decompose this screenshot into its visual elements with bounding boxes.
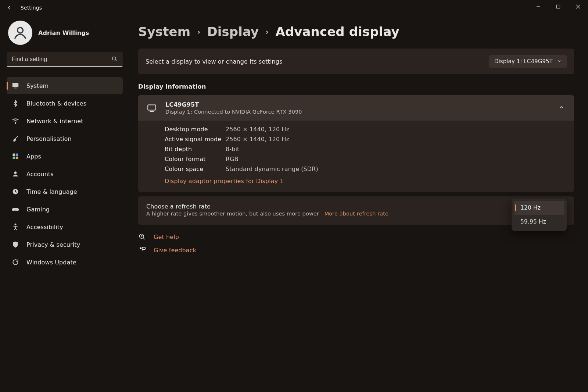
sidebar-item-windows-update[interactable]: Windows Update <box>7 254 123 271</box>
monitor-icon <box>146 104 157 113</box>
sidebar-item-bluetooth[interactable]: Bluetooth & devices <box>7 95 123 112</box>
info-value: 2560 × 1440, 120 Hz <box>226 136 566 143</box>
svg-rect-13 <box>16 157 18 159</box>
wifi-icon <box>11 117 20 125</box>
titlebar: Settings <box>0 0 588 15</box>
adaptor-properties-wrap: Display adaptor properties for Display 1 <box>138 175 574 192</box>
sidebar-item-time-language[interactable]: Time & language <box>7 183 123 200</box>
window-controls <box>528 0 588 13</box>
display-select-value: Display 1: LC49G95T <box>494 58 553 65</box>
sidebar-item-label: Accounts <box>26 171 54 178</box>
sidebar-item-label: Privacy & security <box>26 241 80 248</box>
monitor-icon <box>11 81 20 90</box>
sidebar-item-accessibility[interactable]: Accessibility <box>7 218 123 235</box>
svg-rect-17 <box>148 105 156 110</box>
svg-rect-8 <box>14 88 17 89</box>
breadcrumb-part-display[interactable]: Display <box>207 24 259 39</box>
info-label: Bit depth <box>165 146 226 153</box>
svg-rect-21 <box>142 247 145 250</box>
search-wrap <box>7 52 123 67</box>
info-value: 2560 × 1440, 120 Hz <box>226 126 566 133</box>
info-label: Colour format <box>165 156 226 163</box>
svg-point-19 <box>140 234 144 239</box>
give-feedback-row: Give feedback <box>138 246 574 254</box>
content: System › Display › Advanced display Sele… <box>129 15 588 392</box>
refresh-rate-card: Choose a refresh rate A higher rate give… <box>138 196 574 225</box>
get-help-row: Get help <box>138 233 574 241</box>
refresh-rate-help-link[interactable]: More about refresh rate <box>325 211 388 217</box>
help-icon <box>138 233 146 241</box>
sidebar-item-personalisation[interactable]: Personalisation <box>7 130 123 147</box>
app-title: Settings <box>21 5 42 11</box>
sidebar-item-system[interactable]: System <box>7 77 123 94</box>
chevron-down-icon <box>557 58 562 65</box>
clock-icon <box>11 187 20 196</box>
refresh-option-5995[interactable]: 59.95 Hz <box>514 215 564 229</box>
close-icon <box>576 4 580 9</box>
maximize-icon <box>556 4 560 9</box>
refresh-option-label: 120 Hz <box>520 204 541 211</box>
nav: System Bluetooth & devices Network & int… <box>7 77 123 271</box>
sidebar-item-network[interactable]: Network & internet <box>7 113 123 129</box>
refresh-option-label: 59.95 Hz <box>520 218 546 225</box>
sidebar-item-label: Apps <box>26 153 41 160</box>
display-select[interactable]: Display 1: LC49G95T <box>489 55 567 68</box>
footer-links: Get help Give feedback <box>138 233 574 254</box>
refresh-sub-text: A higher rate gives smoother motion, but… <box>146 211 319 217</box>
display-info-card: LC49G95T Display 1: Connected to NVIDIA … <box>138 95 574 192</box>
info-label: Active signal mode <box>165 136 226 143</box>
breadcrumb-current: Advanced display <box>275 24 399 39</box>
refresh-rate-subtitle: A higher rate gives smoother motion, but… <box>146 211 566 217</box>
sidebar-item-label: Time & language <box>26 188 77 195</box>
svg-point-14 <box>14 171 17 174</box>
sidebar-item-label: Gaming <box>26 206 50 213</box>
minimize-icon <box>536 4 541 9</box>
svg-point-16 <box>15 224 16 225</box>
svg-rect-11 <box>16 154 18 156</box>
get-help-link[interactable]: Get help <box>154 234 179 240</box>
info-value: Standard dynamic range (SDR) <box>226 165 566 172</box>
svg-point-9 <box>15 122 16 124</box>
info-value: RGB <box>226 156 566 163</box>
search-input[interactable] <box>7 52 123 67</box>
search-icon <box>111 56 118 64</box>
sidebar-item-label: Network & internet <box>26 118 83 125</box>
sidebar-item-accounts[interactable]: Accounts <box>7 165 123 182</box>
avatar <box>8 21 32 45</box>
gamepad-icon <box>11 205 20 214</box>
shield-icon <box>11 240 20 249</box>
sidebar-item-apps[interactable]: Apps <box>7 148 123 165</box>
svg-rect-10 <box>13 154 15 156</box>
profile[interactable]: Adrian Willings <box>7 15 123 52</box>
minimize-button[interactable] <box>528 0 548 13</box>
accounts-icon <box>11 170 20 178</box>
display-info-header[interactable]: LC49G95T Display 1: Connected to NVIDIA … <box>138 95 574 121</box>
accessibility-icon <box>11 222 20 231</box>
select-display-prompt: Select a display to view or change its s… <box>146 58 282 65</box>
maximize-button[interactable] <box>548 0 568 13</box>
svg-rect-7 <box>12 83 19 87</box>
adaptor-properties-link[interactable]: Display adaptor properties for Display 1 <box>165 178 284 185</box>
info-label: Colour space <box>165 165 226 172</box>
select-display-panel: Select a display to view or change its s… <box>138 49 574 74</box>
profile-name: Adrian Willings <box>38 29 89 36</box>
refresh-option-120[interactable]: 120 Hz <box>514 201 564 215</box>
sidebar-item-privacy-security[interactable]: Privacy & security <box>7 236 123 253</box>
back-button[interactable] <box>6 4 12 11</box>
svg-point-20 <box>140 247 141 249</box>
sidebar: Adrian Willings System Bluetooth & devic… <box>0 15 129 392</box>
refresh-rate-dropdown: 120 Hz 59.95 Hz <box>512 199 567 231</box>
chevron-right-icon: › <box>197 27 200 36</box>
sidebar-item-label: System <box>26 82 49 89</box>
sidebar-item-gaming[interactable]: Gaming <box>7 201 123 218</box>
svg-rect-12 <box>13 157 15 159</box>
sidebar-item-label: Accessibility <box>26 224 63 231</box>
svg-line-6 <box>115 60 116 61</box>
breadcrumb-part-system[interactable]: System <box>138 24 190 39</box>
close-button[interactable] <box>568 0 588 13</box>
apps-icon <box>11 152 20 161</box>
give-feedback-link[interactable]: Give feedback <box>154 247 196 254</box>
person-icon <box>13 25 28 40</box>
chevron-right-icon: › <box>265 27 269 36</box>
info-label: Desktop mode <box>165 126 226 133</box>
